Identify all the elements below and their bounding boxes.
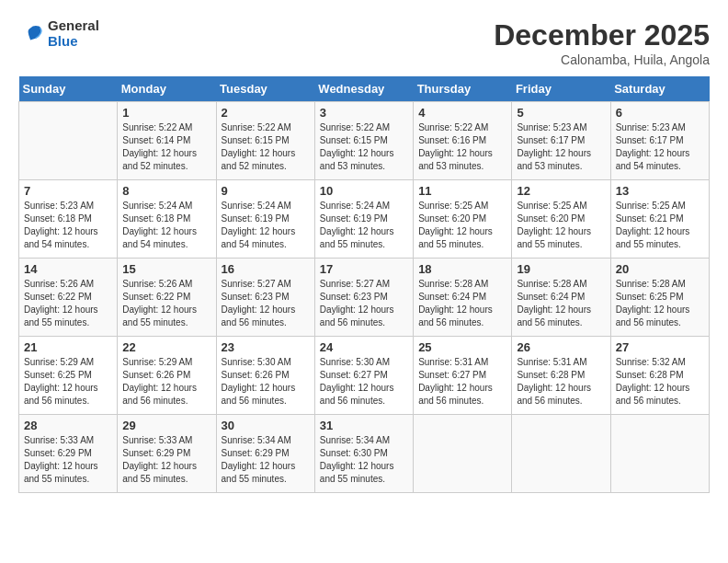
day-cell: 24Sunrise: 5:30 AM Sunset: 6:27 PM Dayli…	[314, 337, 413, 415]
day-info: Sunrise: 5:27 AM Sunset: 6:23 PM Dayligh…	[320, 278, 408, 329]
day-cell: 21Sunrise: 5:29 AM Sunset: 6:25 PM Dayli…	[19, 337, 118, 415]
header-day-friday: Friday	[512, 76, 610, 102]
header-day-saturday: Saturday	[610, 76, 709, 102]
day-number: 26	[517, 340, 605, 354]
day-info: Sunrise: 5:24 AM Sunset: 6:19 PM Dayligh…	[222, 200, 310, 251]
day-info: Sunrise: 5:28 AM Sunset: 6:24 PM Dayligh…	[418, 278, 506, 329]
day-cell: 31Sunrise: 5:34 AM Sunset: 6:30 PM Dayli…	[314, 415, 413, 493]
week-row-2: 7Sunrise: 5:23 AM Sunset: 6:18 PM Daylig…	[19, 180, 710, 259]
day-cell: 10Sunrise: 5:24 AM Sunset: 6:19 PM Dayli…	[314, 180, 413, 259]
week-row-4: 21Sunrise: 5:29 AM Sunset: 6:25 PM Dayli…	[19, 337, 710, 415]
day-info: Sunrise: 5:28 AM Sunset: 6:25 PM Dayligh…	[616, 278, 704, 329]
day-number: 24	[320, 340, 408, 354]
day-cell: 5Sunrise: 5:23 AM Sunset: 6:17 PM Daylig…	[512, 102, 610, 180]
day-cell: 22Sunrise: 5:29 AM Sunset: 6:26 PM Dayli…	[118, 337, 216, 415]
day-number: 20	[616, 262, 704, 276]
day-cell: 2Sunrise: 5:22 AM Sunset: 6:15 PM Daylig…	[216, 102, 314, 180]
day-info: Sunrise: 5:30 AM Sunset: 6:27 PM Dayligh…	[320, 356, 408, 408]
day-number: 30	[222, 419, 310, 432]
day-info: Sunrise: 5:26 AM Sunset: 6:22 PM Dayligh…	[24, 278, 112, 329]
day-number: 7	[24, 184, 112, 198]
day-cell: 25Sunrise: 5:31 AM Sunset: 6:27 PM Dayli…	[414, 337, 512, 415]
day-cell: 17Sunrise: 5:27 AM Sunset: 6:23 PM Dayli…	[314, 259, 413, 337]
day-info: Sunrise: 5:26 AM Sunset: 6:22 PM Dayligh…	[122, 278, 210, 329]
day-cell	[414, 415, 512, 493]
day-cell: 29Sunrise: 5:33 AM Sunset: 6:29 PM Dayli…	[118, 415, 216, 493]
day-info: Sunrise: 5:22 AM Sunset: 6:16 PM Dayligh…	[418, 121, 506, 173]
day-cell: 30Sunrise: 5:34 AM Sunset: 6:29 PM Dayli…	[216, 415, 314, 493]
logo-general-text: General	[48, 18, 99, 34]
day-cell: 28Sunrise: 5:33 AM Sunset: 6:29 PM Dayli…	[19, 415, 118, 493]
day-number: 17	[320, 262, 408, 276]
day-cell	[610, 415, 709, 493]
day-cell: 14Sunrise: 5:26 AM Sunset: 6:22 PM Dayli…	[19, 259, 118, 337]
logo: General Blue	[18, 18, 99, 49]
day-info: Sunrise: 5:33 AM Sunset: 6:29 PM Dayligh…	[24, 434, 112, 486]
week-row-5: 28Sunrise: 5:33 AM Sunset: 6:29 PM Dayli…	[19, 415, 710, 493]
day-cell: 15Sunrise: 5:26 AM Sunset: 6:22 PM Dayli…	[118, 259, 216, 337]
day-number: 5	[517, 106, 605, 120]
day-cell: 9Sunrise: 5:24 AM Sunset: 6:19 PM Daylig…	[216, 180, 314, 259]
day-number: 25	[418, 340, 506, 354]
day-number: 2	[222, 106, 310, 120]
day-info: Sunrise: 5:27 AM Sunset: 6:23 PM Dayligh…	[222, 278, 310, 329]
day-number: 8	[122, 184, 210, 198]
day-info: Sunrise: 5:25 AM Sunset: 6:20 PM Dayligh…	[517, 200, 605, 251]
day-cell: 8Sunrise: 5:24 AM Sunset: 6:18 PM Daylig…	[118, 180, 216, 259]
day-number: 1	[122, 106, 210, 120]
header-day-sunday: Sunday	[19, 76, 118, 102]
day-number: 23	[222, 340, 310, 354]
month-title: December 2025	[494, 18, 710, 52]
day-cell: 4Sunrise: 5:22 AM Sunset: 6:16 PM Daylig…	[414, 102, 512, 180]
day-number: 10	[320, 184, 408, 198]
day-info: Sunrise: 5:29 AM Sunset: 6:25 PM Dayligh…	[24, 356, 112, 408]
day-number: 21	[24, 340, 112, 354]
day-number: 6	[616, 106, 704, 120]
day-number: 22	[122, 340, 210, 354]
day-cell: 20Sunrise: 5:28 AM Sunset: 6:25 PM Dayli…	[610, 259, 709, 337]
day-number: 19	[517, 262, 605, 276]
day-info: Sunrise: 5:32 AM Sunset: 6:28 PM Dayligh…	[616, 356, 704, 408]
calendar-header: SundayMondayTuesdayWednesdayThursdayFrid…	[19, 76, 710, 102]
day-info: Sunrise: 5:33 AM Sunset: 6:29 PM Dayligh…	[122, 434, 210, 486]
header-day-wednesday: Wednesday	[314, 76, 413, 102]
week-row-1: 1Sunrise: 5:22 AM Sunset: 6:14 PM Daylig…	[19, 102, 710, 180]
day-cell: 26Sunrise: 5:31 AM Sunset: 6:28 PM Dayli…	[512, 337, 610, 415]
day-info: Sunrise: 5:31 AM Sunset: 6:28 PM Dayligh…	[517, 356, 605, 408]
logo-icon	[18, 21, 44, 47]
day-cell	[19, 102, 118, 180]
day-info: Sunrise: 5:34 AM Sunset: 6:30 PM Dayligh…	[320, 434, 408, 486]
day-cell: 23Sunrise: 5:30 AM Sunset: 6:26 PM Dayli…	[216, 337, 314, 415]
day-info: Sunrise: 5:25 AM Sunset: 6:21 PM Dayligh…	[616, 200, 704, 251]
location: Calonamba, Huila, Angola	[494, 52, 710, 67]
day-cell: 6Sunrise: 5:23 AM Sunset: 6:17 PM Daylig…	[610, 102, 709, 180]
day-number: 27	[616, 340, 704, 354]
day-number: 16	[222, 262, 310, 276]
logo-text: General Blue	[48, 18, 99, 49]
day-info: Sunrise: 5:24 AM Sunset: 6:19 PM Dayligh…	[320, 200, 408, 251]
day-cell: 3Sunrise: 5:22 AM Sunset: 6:15 PM Daylig…	[314, 102, 413, 180]
calendar-table: SundayMondayTuesdayWednesdayThursdayFrid…	[18, 76, 710, 493]
day-cell	[512, 415, 610, 493]
day-number: 4	[418, 106, 506, 120]
header-day-monday: Monday	[118, 76, 216, 102]
day-cell: 16Sunrise: 5:27 AM Sunset: 6:23 PM Dayli…	[216, 259, 314, 337]
header-day-thursday: Thursday	[414, 76, 512, 102]
day-info: Sunrise: 5:25 AM Sunset: 6:20 PM Dayligh…	[418, 200, 506, 251]
day-info: Sunrise: 5:28 AM Sunset: 6:24 PM Dayligh…	[517, 278, 605, 329]
day-number: 3	[320, 106, 408, 120]
day-cell: 18Sunrise: 5:28 AM Sunset: 6:24 PM Dayli…	[414, 259, 512, 337]
day-number: 14	[24, 262, 112, 276]
day-number: 12	[517, 184, 605, 198]
header-row: SundayMondayTuesdayWednesdayThursdayFrid…	[19, 76, 710, 102]
day-cell: 13Sunrise: 5:25 AM Sunset: 6:21 PM Dayli…	[610, 180, 709, 259]
week-row-3: 14Sunrise: 5:26 AM Sunset: 6:22 PM Dayli…	[19, 259, 710, 337]
day-info: Sunrise: 5:29 AM Sunset: 6:26 PM Dayligh…	[122, 356, 210, 408]
header-day-tuesday: Tuesday	[216, 76, 314, 102]
day-info: Sunrise: 5:23 AM Sunset: 6:17 PM Dayligh…	[517, 121, 605, 173]
day-number: 11	[418, 184, 506, 198]
day-number: 9	[222, 184, 310, 198]
day-info: Sunrise: 5:23 AM Sunset: 6:17 PM Dayligh…	[616, 121, 704, 173]
day-info: Sunrise: 5:31 AM Sunset: 6:27 PM Dayligh…	[418, 356, 506, 408]
day-info: Sunrise: 5:22 AM Sunset: 6:15 PM Dayligh…	[222, 121, 310, 173]
